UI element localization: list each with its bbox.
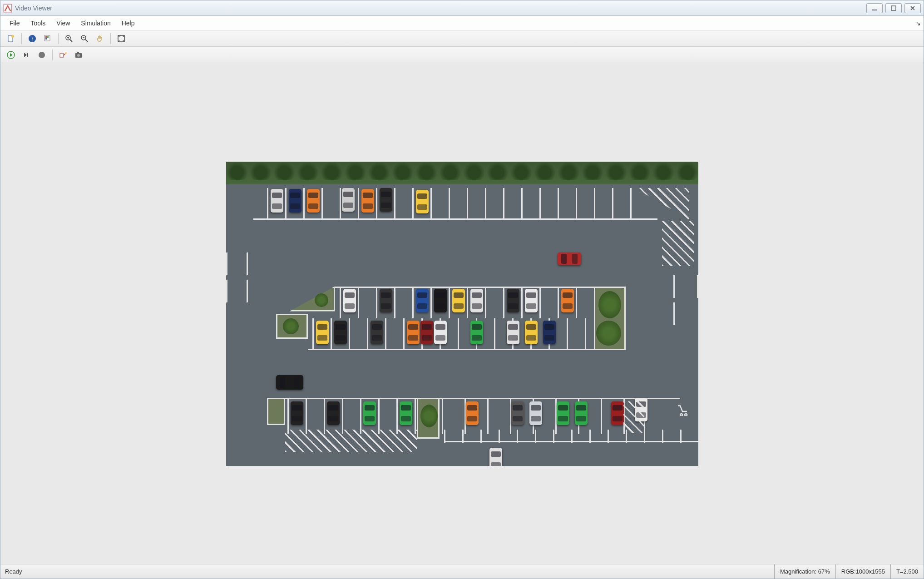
snapshot-button[interactable] — [72, 49, 85, 61]
scene-car — [342, 188, 355, 212]
new-button[interactable] — [4, 32, 18, 45]
menu-tools[interactable]: Tools — [25, 17, 51, 30]
zoom-in-button[interactable] — [62, 32, 76, 45]
svg-line-16 — [85, 40, 88, 42]
cart-return-icon — [676, 402, 689, 416]
minimize-button[interactable] — [866, 3, 883, 13]
video-viewer-window: Video Viewer File Tools View Simulation … — [0, 0, 924, 579]
svg-rect-9 — [47, 36, 49, 38]
scene-trees — [226, 162, 698, 180]
scene-car — [611, 401, 624, 425]
pan-button[interactable] — [93, 32, 107, 45]
scene-car — [489, 448, 502, 466]
scene-car — [371, 321, 383, 344]
scene-car — [507, 289, 519, 312]
svg-marker-21 — [24, 53, 27, 57]
status-ready: Ready — [0, 568, 774, 575]
window-controls — [866, 3, 921, 13]
scene-hatched-zone — [285, 430, 417, 452]
svg-point-4 — [11, 35, 14, 38]
status-time: T=2.500 — [890, 564, 924, 579]
svg-rect-8 — [45, 36, 47, 38]
scene-car — [327, 401, 340, 425]
menubar-resize-grip-icon: ↘ — [915, 20, 921, 27]
fit-to-view-button[interactable] — [114, 32, 128, 45]
scene-car — [363, 401, 376, 425]
scene-car — [271, 189, 283, 213]
scene-car — [543, 321, 556, 344]
scene-car — [361, 189, 374, 213]
step-forward-button[interactable] — [20, 49, 33, 61]
scene-car — [316, 321, 329, 344]
status-rgb-dimensions: RGB:1000x1555 — [835, 564, 890, 579]
highlight-block-button[interactable] — [56, 49, 70, 61]
scene-car — [416, 190, 429, 213]
scene-bush — [598, 291, 621, 318]
svg-rect-7 — [44, 35, 50, 41]
statusbar: Ready Magnification: 67% RGB:1000x1555 T… — [0, 564, 924, 579]
menu-view[interactable]: View — [51, 17, 75, 30]
svg-rect-24 — [60, 54, 64, 57]
svg-point-25 — [65, 52, 67, 54]
svg-text:i: i — [31, 35, 33, 42]
toolbar-playback — [0, 47, 924, 63]
scene-car — [434, 289, 447, 312]
scene-car — [380, 289, 392, 312]
status-magnification: Magnification: 67% — [774, 564, 835, 579]
toolbar-separator — [110, 33, 111, 44]
scene-car — [276, 375, 303, 390]
scene-car — [557, 401, 569, 425]
menu-file[interactable]: File — [4, 17, 25, 30]
menubar: File Tools View Simulation Help ↘ — [0, 16, 924, 30]
scene-car — [380, 188, 392, 212]
scene-car — [525, 321, 538, 344]
toolbar-separator — [21, 33, 22, 44]
info-button[interactable]: i — [25, 32, 39, 45]
scene-car — [452, 289, 465, 312]
window-title: Video Viewer — [15, 5, 866, 12]
scene-car — [525, 289, 538, 312]
scene-car — [470, 289, 483, 312]
svg-rect-1 — [872, 10, 877, 10]
parking-row-left — [226, 252, 698, 275]
menu-help[interactable]: Help — [116, 17, 140, 30]
scene-car — [434, 321, 447, 344]
menu-simulation[interactable]: Simulation — [75, 17, 116, 30]
scene-car — [529, 401, 542, 425]
scene-car — [561, 289, 574, 312]
scene-car — [289, 189, 301, 213]
svg-rect-28 — [77, 52, 79, 54]
titlebar: Video Viewer — [0, 0, 924, 16]
svg-marker-20 — [10, 53, 13, 57]
toolbar-main: i — [0, 30, 924, 47]
toolbar-separator — [52, 49, 53, 60]
play-button[interactable] — [4, 49, 18, 61]
zoom-out-button[interactable] — [78, 32, 91, 45]
scene-car — [343, 289, 356, 312]
scene-hatched-zone — [623, 401, 644, 433]
scene-car — [470, 321, 483, 344]
pixel-info-button[interactable] — [41, 32, 54, 45]
svg-rect-22 — [27, 53, 28, 57]
toolbar-separator — [58, 33, 59, 44]
scene-car — [400, 401, 412, 425]
scene-asphalt — [226, 184, 698, 466]
parking-row-middle-bot — [226, 318, 698, 350]
scene-car — [416, 289, 429, 312]
scene-car — [307, 189, 320, 213]
svg-rect-2 — [891, 6, 896, 10]
scene-car — [407, 321, 420, 344]
svg-rect-10 — [45, 38, 47, 40]
stop-button[interactable] — [35, 49, 49, 61]
canvas-area[interactable] — [0, 63, 924, 564]
svg-point-23 — [39, 52, 45, 58]
scene-car — [291, 401, 303, 425]
scene-car — [334, 321, 347, 344]
maximize-button[interactable] — [885, 3, 902, 13]
scene-car — [575, 401, 588, 425]
video-frame — [226, 162, 698, 466]
close-button[interactable] — [904, 3, 921, 13]
scene-bush — [596, 321, 621, 346]
scene-car — [420, 321, 433, 344]
scene-car — [507, 321, 519, 344]
